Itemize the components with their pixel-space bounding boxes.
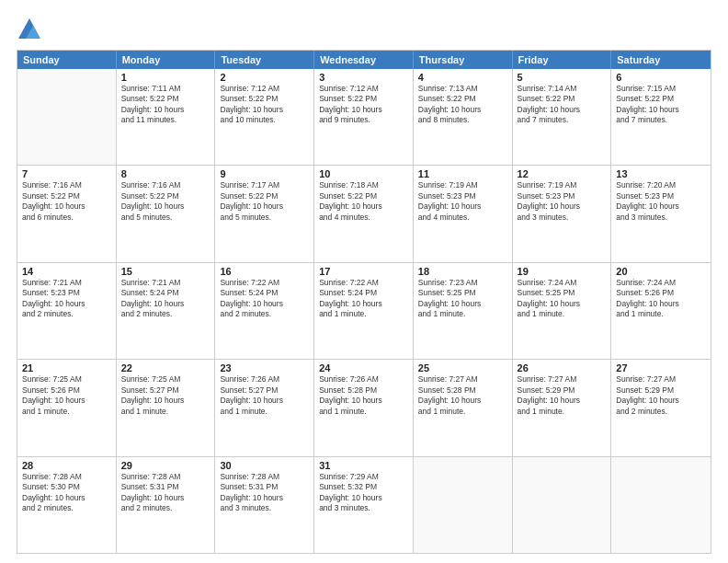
day-info: Sunrise: 7:19 AMSunset: 5:23 PMDaylight:…	[518, 180, 607, 223]
empty-cell	[414, 457, 513, 553]
empty-cell	[513, 457, 612, 553]
day-number: 15	[121, 266, 210, 277]
day-info: Sunrise: 7:21 AMSunset: 5:24 PMDaylight:…	[121, 278, 210, 320]
day-cell-23: 23Sunrise: 7:26 AMSunset: 5:27 PMDayligh…	[215, 360, 314, 455]
page: SundayMondayTuesdayWednesdayThursdayFrid…	[0, 0, 728, 563]
day-info: Sunrise: 7:24 AMSunset: 5:26 PMDaylight:…	[616, 278, 706, 320]
week-row-3: 21Sunrise: 7:25 AMSunset: 5:26 PMDayligh…	[17, 360, 711, 456]
day-cell-19: 19Sunrise: 7:24 AMSunset: 5:25 PMDayligh…	[513, 263, 612, 359]
day-cell-31: 31Sunrise: 7:29 AMSunset: 5:32 PMDayligh…	[314, 457, 414, 553]
day-number: 8	[121, 168, 210, 179]
day-number: 11	[418, 168, 507, 179]
day-number: 10	[319, 168, 408, 179]
day-info: Sunrise: 7:22 AMSunset: 5:24 PMDaylight:…	[220, 278, 309, 320]
day-info: Sunrise: 7:11 AMSunset: 5:22 PMDaylight:…	[121, 84, 210, 126]
day-info: Sunrise: 7:12 AMSunset: 5:22 PMDaylight:…	[220, 84, 309, 126]
day-info: Sunrise: 7:20 AMSunset: 5:23 PMDaylight:…	[616, 180, 706, 223]
day-cell-8: 8Sunrise: 7:16 AMSunset: 5:22 PMDaylight…	[117, 166, 216, 261]
day-info: Sunrise: 7:29 AMSunset: 5:32 PMDaylight:…	[319, 472, 408, 514]
day-info: Sunrise: 7:18 AMSunset: 5:22 PMDaylight:…	[319, 180, 408, 223]
day-number: 30	[220, 460, 309, 471]
day-cell-26: 26Sunrise: 7:27 AMSunset: 5:29 PMDayligh…	[513, 360, 612, 455]
day-info: Sunrise: 7:16 AMSunset: 5:22 PMDaylight:…	[22, 180, 111, 223]
header-day-saturday: Saturday	[611, 51, 711, 69]
logo-icon	[17, 17, 42, 42]
day-number: 23	[220, 362, 309, 373]
day-cell-29: 29Sunrise: 7:28 AMSunset: 5:31 PMDayligh…	[117, 457, 216, 553]
day-number: 9	[220, 168, 309, 179]
day-cell-11: 11Sunrise: 7:19 AMSunset: 5:23 PMDayligh…	[414, 166, 513, 261]
day-number: 16	[220, 266, 309, 277]
day-number: 25	[418, 362, 507, 373]
week-row-2: 14Sunrise: 7:21 AMSunset: 5:23 PMDayligh…	[17, 263, 711, 360]
day-cell-9: 9Sunrise: 7:17 AMSunset: 5:22 PMDaylight…	[215, 166, 314, 261]
day-cell-28: 28Sunrise: 7:28 AMSunset: 5:30 PMDayligh…	[17, 457, 117, 553]
empty-cell	[611, 457, 711, 553]
empty-cell	[17, 69, 117, 165]
day-cell-16: 16Sunrise: 7:22 AMSunset: 5:24 PMDayligh…	[215, 263, 314, 359]
day-number: 7	[22, 168, 111, 179]
day-number: 24	[319, 362, 408, 373]
week-row-1: 7Sunrise: 7:16 AMSunset: 5:22 PMDaylight…	[17, 166, 711, 262]
day-cell-27: 27Sunrise: 7:27 AMSunset: 5:29 PMDayligh…	[611, 360, 711, 455]
day-number: 3	[319, 72, 408, 83]
week-row-0: 1Sunrise: 7:11 AMSunset: 5:22 PMDaylight…	[17, 69, 711, 166]
day-info: Sunrise: 7:22 AMSunset: 5:24 PMDaylight:…	[319, 278, 408, 320]
day-info: Sunrise: 7:13 AMSunset: 5:22 PMDaylight:…	[418, 84, 507, 126]
day-cell-25: 25Sunrise: 7:27 AMSunset: 5:28 PMDayligh…	[414, 360, 513, 455]
day-number: 13	[616, 168, 706, 179]
day-cell-24: 24Sunrise: 7:26 AMSunset: 5:28 PMDayligh…	[314, 360, 414, 455]
day-cell-4: 4Sunrise: 7:13 AMSunset: 5:22 PMDaylight…	[414, 69, 513, 165]
day-info: Sunrise: 7:26 AMSunset: 5:27 PMDaylight:…	[220, 374, 309, 417]
day-number: 4	[418, 72, 507, 83]
day-cell-13: 13Sunrise: 7:20 AMSunset: 5:23 PMDayligh…	[611, 166, 711, 261]
day-number: 29	[121, 460, 210, 471]
day-info: Sunrise: 7:17 AMSunset: 5:22 PMDaylight:…	[220, 180, 309, 223]
day-info: Sunrise: 7:27 AMSunset: 5:29 PMDaylight:…	[616, 374, 706, 417]
header-day-thursday: Thursday	[414, 51, 513, 69]
day-cell-22: 22Sunrise: 7:25 AMSunset: 5:27 PMDayligh…	[117, 360, 216, 455]
day-number: 14	[22, 266, 111, 277]
day-info: Sunrise: 7:16 AMSunset: 5:22 PMDaylight:…	[121, 180, 210, 223]
day-info: Sunrise: 7:14 AMSunset: 5:22 PMDaylight:…	[518, 84, 607, 126]
day-cell-17: 17Sunrise: 7:22 AMSunset: 5:24 PMDayligh…	[314, 263, 414, 359]
day-number: 22	[121, 362, 210, 373]
calendar-body: 1Sunrise: 7:11 AMSunset: 5:22 PMDaylight…	[17, 69, 711, 553]
day-cell-18: 18Sunrise: 7:23 AMSunset: 5:25 PMDayligh…	[414, 263, 513, 359]
day-info: Sunrise: 7:28 AMSunset: 5:31 PMDaylight:…	[220, 472, 309, 514]
day-number: 20	[616, 266, 706, 277]
day-info: Sunrise: 7:25 AMSunset: 5:27 PMDaylight:…	[121, 374, 210, 417]
day-number: 26	[518, 362, 607, 373]
day-cell-10: 10Sunrise: 7:18 AMSunset: 5:22 PMDayligh…	[314, 166, 414, 261]
day-info: Sunrise: 7:21 AMSunset: 5:23 PMDaylight:…	[22, 278, 111, 320]
day-number: 27	[616, 362, 706, 373]
day-info: Sunrise: 7:25 AMSunset: 5:26 PMDaylight:…	[22, 374, 111, 417]
day-number: 6	[616, 72, 706, 83]
day-number: 1	[121, 72, 210, 83]
day-cell-5: 5Sunrise: 7:14 AMSunset: 5:22 PMDaylight…	[513, 69, 612, 165]
day-info: Sunrise: 7:12 AMSunset: 5:22 PMDaylight:…	[319, 84, 408, 126]
day-cell-6: 6Sunrise: 7:15 AMSunset: 5:22 PMDaylight…	[611, 69, 711, 165]
day-cell-14: 14Sunrise: 7:21 AMSunset: 5:23 PMDayligh…	[17, 263, 117, 359]
day-number: 5	[518, 72, 607, 83]
calendar: SundayMondayTuesdayWednesdayThursdayFrid…	[17, 50, 711, 554]
header-day-wednesday: Wednesday	[314, 51, 414, 69]
header-day-sunday: Sunday	[17, 51, 117, 69]
day-cell-3: 3Sunrise: 7:12 AMSunset: 5:22 PMDaylight…	[314, 69, 414, 165]
calendar-header: SundayMondayTuesdayWednesdayThursdayFrid…	[17, 51, 711, 69]
day-number: 17	[319, 266, 408, 277]
day-cell-1: 1Sunrise: 7:11 AMSunset: 5:22 PMDaylight…	[117, 69, 216, 165]
day-info: Sunrise: 7:15 AMSunset: 5:22 PMDaylight:…	[616, 84, 706, 126]
day-cell-15: 15Sunrise: 7:21 AMSunset: 5:24 PMDayligh…	[117, 263, 216, 359]
day-number: 31	[319, 460, 408, 471]
day-info: Sunrise: 7:23 AMSunset: 5:25 PMDaylight:…	[418, 278, 507, 320]
day-cell-7: 7Sunrise: 7:16 AMSunset: 5:22 PMDaylight…	[17, 166, 117, 261]
day-number: 19	[518, 266, 607, 277]
day-cell-30: 30Sunrise: 7:28 AMSunset: 5:31 PMDayligh…	[215, 457, 314, 553]
day-cell-20: 20Sunrise: 7:24 AMSunset: 5:26 PMDayligh…	[611, 263, 711, 359]
day-info: Sunrise: 7:19 AMSunset: 5:23 PMDaylight:…	[418, 180, 507, 223]
day-number: 28	[22, 460, 111, 471]
day-info: Sunrise: 7:26 AMSunset: 5:28 PMDaylight:…	[319, 374, 408, 417]
day-info: Sunrise: 7:24 AMSunset: 5:25 PMDaylight:…	[518, 278, 607, 320]
day-info: Sunrise: 7:28 AMSunset: 5:30 PMDaylight:…	[22, 472, 111, 514]
